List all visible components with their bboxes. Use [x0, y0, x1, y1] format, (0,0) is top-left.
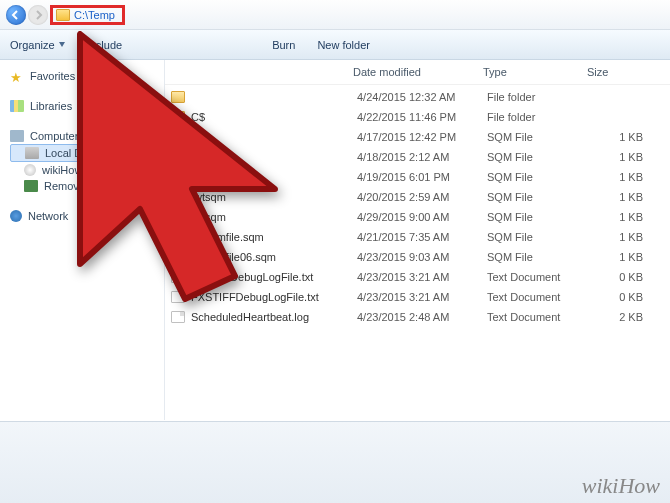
- file-row[interactable]: 4/17/2015 12:42 PM SQM File 1 KB: [165, 127, 670, 147]
- star-icon: ★: [10, 70, 24, 82]
- file-name: fwtsqm: [191, 211, 357, 223]
- file-size: 1 KB: [591, 251, 651, 263]
- libraries-icon: [10, 100, 24, 112]
- file-row[interactable]: 4/24/2015 12:32 AM File folder: [165, 87, 670, 107]
- file-icon: [171, 151, 185, 163]
- file-row[interactable]: fwtsqm 4/29/2015 9:00 AM SQM File 1 KB: [165, 207, 670, 227]
- file-row[interactable]: FXSAPIDebugLogFile.txt 4/23/2015 3:21 AM…: [165, 267, 670, 287]
- back-button[interactable]: [6, 5, 26, 25]
- file-name: FXSTIFFDebugLogFile.txt: [191, 291, 357, 303]
- sidebar-libraries[interactable]: Libraries: [10, 98, 164, 114]
- file-icon: [171, 171, 185, 183]
- file-date: 4/21/2015 7:35 AM: [357, 231, 487, 243]
- sidebar-computer[interactable]: Computer: [10, 128, 164, 144]
- file-row[interactable]: 4/18/2015 2:12 AM SQM File 1 KB: [165, 147, 670, 167]
- organize-button[interactable]: Organize: [10, 39, 65, 51]
- sidebar-drive-g[interactable]: Removable Disk (G:): [10, 178, 164, 194]
- file-icon: [171, 251, 185, 263]
- file-icon: [171, 211, 185, 223]
- file-row[interactable]: fwt 4/19/2015 6:01 PM SQM File 1 KB: [165, 167, 670, 187]
- folder-icon: [171, 91, 185, 103]
- forward-button[interactable]: [28, 5, 48, 25]
- file-type: SQM File: [487, 191, 591, 203]
- file-type: SQM File: [487, 231, 591, 243]
- computer-icon: [10, 130, 24, 142]
- sidebar-favorites[interactable]: ★Favorites: [10, 68, 164, 84]
- address-bar: C:\Temp: [0, 0, 670, 30]
- file-icon: [171, 191, 185, 203]
- file-name: fwtsqmfile.sqm: [191, 231, 357, 243]
- file-date: 4/23/2015 3:21 AM: [357, 291, 487, 303]
- file-row[interactable]: C$ 4/22/2015 11:46 PM File folder: [165, 107, 670, 127]
- address-highlight: C:\Temp: [50, 5, 125, 25]
- file-date: 4/19/2015 6:01 PM: [357, 171, 487, 183]
- toolbar: Organize Include Burn New folder: [0, 30, 670, 60]
- file-size: 1 KB: [591, 231, 651, 243]
- folder-icon: [56, 9, 70, 21]
- sidebar-network[interactable]: Network: [10, 208, 164, 224]
- file-date: 4/23/2015 9:03 AM: [357, 251, 487, 263]
- file-icon: [171, 311, 185, 323]
- file-size: 1 KB: [591, 171, 651, 183]
- file-size: 2 KB: [591, 311, 651, 323]
- file-size: 1 KB: [591, 131, 651, 143]
- newfolder-button[interactable]: New folder: [317, 39, 370, 51]
- file-size: 0 KB: [591, 271, 651, 283]
- file-date: 4/23/2015 2:48 AM: [357, 311, 487, 323]
- file-date: 4/24/2015 12:32 AM: [357, 91, 487, 103]
- file-type: SQM File: [487, 151, 591, 163]
- chevron-down-icon: [59, 42, 65, 47]
- file-row[interactable]: fwtsqm 4/20/2015 2:59 AM SQM File 1 KB: [165, 187, 670, 207]
- file-date: 4/29/2015 9:00 AM: [357, 211, 487, 223]
- usb-icon: [24, 180, 38, 192]
- file-name: ScheduledHeartbeat.log: [191, 311, 357, 323]
- file-type: Text Document: [487, 311, 591, 323]
- address-path[interactable]: C:\Temp: [74, 9, 119, 21]
- file-type: Text Document: [487, 291, 591, 303]
- file-date: 4/23/2015 3:21 AM: [357, 271, 487, 283]
- file-size: 1 KB: [591, 211, 651, 223]
- file-type: Text Document: [487, 271, 591, 283]
- file-name: FXSAPIDebugLogFile.txt: [191, 271, 357, 283]
- network-icon: [10, 210, 22, 222]
- file-name: fwt: [191, 171, 357, 183]
- file-type: SQM File: [487, 211, 591, 223]
- file-icon: [171, 291, 185, 303]
- col-size: Size: [587, 66, 647, 78]
- file-list-pane: Date modified Type Size 4/24/2015 12:32 …: [165, 60, 670, 420]
- file-row[interactable]: fwtsqmfile06.sqm 4/23/2015 9:03 AM SQM F…: [165, 247, 670, 267]
- file-date: 4/17/2015 12:42 PM: [357, 131, 487, 143]
- drive-icon: [25, 147, 39, 159]
- file-date: 4/20/2015 2:59 AM: [357, 191, 487, 203]
- file-type: File folder: [487, 91, 591, 103]
- folder-icon: [171, 111, 185, 123]
- file-name: fwtsqm: [191, 191, 357, 203]
- file-type: SQM File: [487, 171, 591, 183]
- cd-icon: [24, 164, 36, 176]
- file-row[interactable]: FXSTIFFDebugLogFile.txt 4/23/2015 3:21 A…: [165, 287, 670, 307]
- file-date: 4/22/2015 11:46 PM: [357, 111, 487, 123]
- file-type: File folder: [487, 111, 591, 123]
- file-date: 4/18/2015 2:12 AM: [357, 151, 487, 163]
- file-size: 0 KB: [591, 291, 651, 303]
- file-name: C$: [191, 111, 357, 123]
- file-name: fwtsqmfile06.sqm: [191, 251, 357, 263]
- burn-button[interactable]: Burn: [272, 39, 295, 51]
- file-size: 1 KB: [591, 151, 651, 163]
- sidebar-drive-d[interactable]: wikiHow (D:): [10, 162, 164, 178]
- file-size: 1 KB: [591, 191, 651, 203]
- file-type: SQM File: [487, 251, 591, 263]
- include-button[interactable]: Include: [87, 39, 122, 51]
- sidebar-drive-c[interactable]: Local Disc (C:): [10, 144, 164, 162]
- watermark: wikiHow: [582, 473, 660, 499]
- file-row[interactable]: ScheduledHeartbeat.log 4/23/2015 2:48 AM…: [165, 307, 670, 327]
- file-icon: [171, 271, 185, 283]
- column-headers[interactable]: Date modified Type Size: [165, 60, 670, 85]
- col-type: Type: [483, 66, 587, 78]
- sidebar: ★Favorites Libraries Computer Local Disc…: [0, 60, 165, 420]
- file-row[interactable]: fwtsqmfile.sqm 4/21/2015 7:35 AM SQM Fil…: [165, 227, 670, 247]
- details-pane: wikiHow: [0, 421, 670, 503]
- col-date: Date modified: [353, 66, 483, 78]
- file-icon: [171, 231, 185, 243]
- file-type: SQM File: [487, 131, 591, 143]
